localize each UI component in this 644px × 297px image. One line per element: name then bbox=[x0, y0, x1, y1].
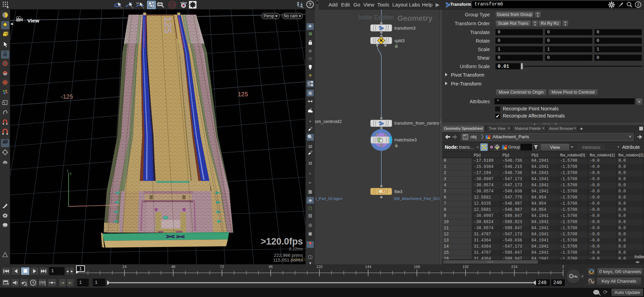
svg-text:y: y bbox=[70, 172, 72, 175]
svg-text:8.22ms: 8.22ms bbox=[289, 247, 303, 251]
svg-text:24: 24 bbox=[122, 265, 127, 269]
svg-text:72: 72 bbox=[220, 265, 224, 269]
svg-text:144: 144 bbox=[365, 265, 371, 269]
svg-text:120: 120 bbox=[316, 265, 322, 269]
svg-text:125: 125 bbox=[162, 16, 174, 33]
svg-text:2: 2 bbox=[562, 265, 564, 269]
svg-text:48: 48 bbox=[171, 265, 175, 269]
svg-text:222,966 prims: 222,966 prims bbox=[274, 253, 303, 258]
svg-text:P·Ⅱ: P·Ⅱ bbox=[148, 6, 151, 9]
svg-text:96: 96 bbox=[268, 265, 273, 269]
svg-text:View: View bbox=[27, 18, 40, 24]
svg-text:115,051 points: 115,051 points bbox=[273, 257, 303, 263]
svg-text:192: 192 bbox=[463, 265, 469, 269]
svg-text:-125: -125 bbox=[61, 93, 73, 100]
svg-text:z: z bbox=[67, 169, 69, 172]
svg-text:216: 216 bbox=[511, 265, 517, 269]
svg-text:168: 168 bbox=[414, 265, 420, 269]
svg-text:125: 125 bbox=[238, 91, 248, 98]
svg-text:>120.0fps: >120.0fps bbox=[261, 236, 303, 247]
